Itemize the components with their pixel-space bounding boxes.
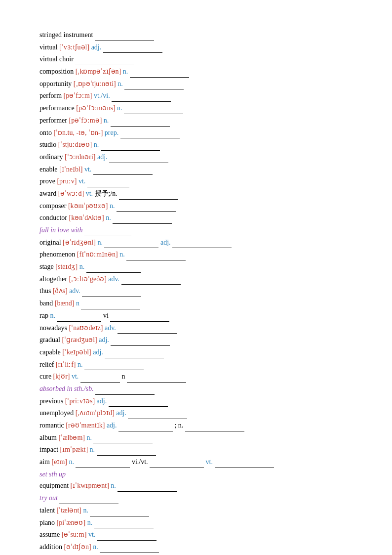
- blank-field-2: [150, 457, 204, 468]
- list-item: stringed instrument: [39, 30, 362, 41]
- blank-field: [82, 286, 141, 297]
- pos-text: n.: [123, 68, 128, 75]
- pos-text: n.: [111, 482, 116, 489]
- phonetic-text: [ˈælbəm]: [59, 434, 85, 441]
- list-item: unemployed [ˌʌnɪmˈplɔɪd] adj.: [39, 408, 362, 419]
- phonetic-text: [kəmˈpəʊzə]: [68, 202, 108, 210]
- list-item: thus [ðʌs] adv.: [39, 286, 362, 297]
- vocabulary-list: stringed instrument virtual [ˈvɜːtʃuəl] …: [39, 30, 362, 555]
- blank-field: [109, 152, 168, 163]
- blank-field: [100, 542, 159, 553]
- word-text: onto: [39, 129, 52, 136]
- list-item: studio [ˈstjuːdɪəʊ] n.: [39, 139, 362, 151]
- blank-field: [124, 79, 184, 90]
- word-text: aim: [39, 458, 50, 466]
- word-text: relief: [39, 361, 54, 368]
- pos-text: adv.: [105, 324, 116, 332]
- phonetic-text: [pəˈfɔːmə]: [69, 117, 102, 124]
- pos-text: vt.: [72, 373, 78, 380]
- phonetic-text: [ˈkeɪpəbl]: [62, 348, 91, 356]
- word-text: perform: [39, 92, 62, 99]
- pos-text: adj.: [97, 397, 107, 405]
- pos-text-2: adj.: [160, 239, 171, 246]
- word-text: virtual: [39, 43, 58, 51]
- phonetic-text: [ˈnaʊədeɪz]: [69, 324, 103, 332]
- blank-field: [103, 42, 162, 53]
- list-item: equipment [ɪˈkwɪpmənt] n.: [39, 480, 362, 492]
- pos-text: adj.: [91, 43, 102, 51]
- phonetic-text: [pəˈfɔːməns]: [76, 104, 115, 112]
- word-text: thus: [39, 287, 51, 295]
- word-text: composition: [39, 68, 74, 75]
- phonetic-text: [əˈrɪdʒənl]: [63, 239, 96, 246]
- blank-field: [118, 323, 177, 334]
- pos-text: prep.: [105, 129, 118, 136]
- phonetic-text: [ˌkɒmpəˈzɪʃən]: [76, 68, 121, 75]
- blank-field: [84, 225, 131, 236]
- list-item: original [əˈrɪdʒənl] n. adj.: [39, 237, 362, 249]
- list-item: romantic [rəʊˈmæntɪk] adj. ; n.: [39, 420, 362, 431]
- word-text: phenomenon: [39, 251, 75, 258]
- blank-field-1: [57, 310, 101, 322]
- blank-field: [112, 90, 171, 102]
- list-item: onto [ˈɒn.tu, -tə, ˈɒn-] prep.: [39, 128, 362, 139]
- blank-field: [105, 347, 164, 358]
- blank-field-1: [76, 457, 130, 468]
- list-item: virtual choir: [39, 54, 362, 65]
- blank-field: [86, 261, 141, 273]
- phonetic-text: [ˌɒpəˈtjuːnəti]: [74, 80, 116, 87]
- word-text: gradual: [39, 336, 60, 343]
- cn-text: 授予;/n.: [95, 190, 118, 197]
- blank-field: [87, 176, 129, 187]
- list-item: cure [kjʊr] vt. n: [39, 371, 362, 383]
- pos-text: adv.: [108, 275, 119, 283]
- word-text: ordinary: [39, 153, 63, 161]
- list-item: relief [rɪˈliːf] n.: [39, 359, 362, 371]
- word-text: prove: [39, 177, 55, 185]
- pos-text: n.: [110, 202, 115, 210]
- phonetic-text: [ɪˈneɪbl]: [59, 166, 82, 173]
- phonetic-text: [ˈpriːvɪəs]: [65, 397, 95, 405]
- list-item: absorbed in sth./sb.: [39, 384, 362, 395]
- blank-field: [111, 335, 170, 346]
- blank-field-2: [127, 371, 186, 383]
- phonetic-text: [pəˈfɔːm]: [64, 92, 92, 99]
- blank-field: [113, 213, 172, 224]
- phonetic-text: [ˈstjuːdɪəʊ]: [58, 141, 92, 148]
- blank-field: [120, 128, 180, 139]
- pos-text: vt./vi.: [94, 92, 110, 99]
- word-text: fall in love with: [39, 226, 83, 234]
- list-item: performance [pəˈfɔːməns] n.: [39, 103, 362, 114]
- list-item: composition [ˌkɒmpəˈzɪʃən] n.: [39, 66, 362, 78]
- pos-text: adj.: [116, 409, 126, 417]
- blank-field: [93, 164, 153, 175]
- blank-field: [124, 103, 183, 114]
- blank-field-2: [185, 420, 244, 431]
- phonetic-text: [ˌʌnɪmˈplɔɪd]: [76, 409, 115, 417]
- word-text: assume: [39, 531, 60, 538]
- word-text: previous: [39, 397, 63, 405]
- phonetic-text: [əˈwɔːd]: [58, 190, 84, 197]
- phonetic-text: [ˈtælənt]: [57, 507, 81, 514]
- list-item: band [bænd] n: [39, 298, 362, 309]
- pos-text: n.: [117, 104, 122, 112]
- phonetic-text: [eɪm]: [52, 458, 67, 466]
- pos-text: adj.: [93, 348, 103, 356]
- pos-text: adj.: [97, 153, 108, 161]
- list-item: nowadays [ˈnaʊədeɪz] adv.: [39, 323, 362, 334]
- blank-field: [118, 480, 177, 492]
- phonetic-text: [ˌɔːltəˈgeðə]: [69, 275, 106, 283]
- pos-text: n.: [94, 141, 99, 148]
- phonetic-text: [rəʊˈmæntɪk]: [66, 422, 105, 429]
- phonetic-text: [əˈsuːm]: [62, 531, 87, 538]
- word-text: impact: [39, 446, 58, 453]
- phonetic-text: [ðʌs]: [53, 287, 68, 295]
- phonetic-text: [kjʊr]: [53, 373, 70, 380]
- blank-field: [121, 274, 181, 285]
- phonetic-text: [ˈvɜːtʃuəl]: [59, 43, 89, 51]
- blank-field: [94, 517, 154, 529]
- blank-field-3: [215, 457, 274, 468]
- pos-text: n: [76, 299, 79, 307]
- word-text: absorbed in sth./sb.: [39, 385, 94, 392]
- blank-field: [109, 396, 168, 407]
